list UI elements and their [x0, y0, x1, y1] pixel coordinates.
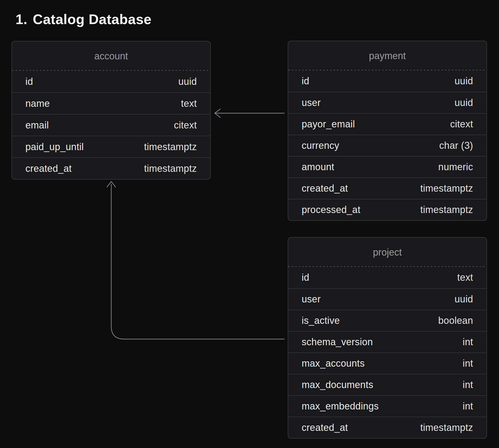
table-row: paid_up_until timestamptz	[12, 136, 210, 157]
table-row: id uuid	[12, 71, 210, 92]
field-type: text	[457, 272, 473, 283]
table-card-payment[interactable]: payment id uuid user uuid payor_email ci…	[288, 41, 487, 221]
field-type: boolean	[438, 315, 473, 326]
relation-project-account-arrow	[107, 181, 284, 339]
field-type: timestamptz	[144, 141, 197, 153]
table-row: max_accounts int	[288, 352, 486, 374]
field-name: amount	[302, 161, 334, 173]
table-row: email citext	[12, 114, 210, 136]
field-type: timestamptz	[144, 163, 197, 174]
field-name: payor_email	[302, 119, 355, 130]
arrowhead-up-icon	[107, 181, 116, 187]
field-type: uuid	[178, 76, 197, 87]
table-row: max_embeddings int	[288, 395, 486, 417]
field-type: text	[181, 98, 197, 109]
field-name: currency	[302, 140, 339, 151]
field-name: created_at	[302, 422, 348, 433]
field-name: id	[302, 272, 309, 283]
field-type: int	[463, 336, 473, 348]
table-row: max_documents int	[288, 374, 486, 395]
field-type: citext	[450, 119, 473, 130]
erd-canvas: 1. Catalog Database account id uuid name…	[0, 0, 499, 448]
field-type: timestamptz	[420, 204, 473, 215]
field-type: citext	[174, 120, 197, 131]
table-row: processed_at timestamptz	[288, 199, 486, 220]
page-title-text: Catalog Database	[33, 11, 151, 27]
table-row: created_at timestamptz	[288, 417, 486, 438]
field-name: id	[302, 75, 309, 87]
table-header[interactable]: account	[12, 41, 210, 71]
field-name: max_accounts	[302, 358, 365, 369]
field-name: created_at	[25, 163, 72, 174]
table-name: account	[94, 51, 128, 62]
field-name: is_active	[302, 315, 340, 326]
table-row: created_at timestamptz	[12, 157, 210, 179]
table-row: id text	[288, 267, 486, 288]
table-rows: id text user uuid is_active boolean sche…	[288, 267, 486, 438]
relation-line	[111, 184, 284, 339]
field-type: numeric	[438, 161, 473, 173]
table-row: user uuid	[288, 288, 486, 310]
field-name: max_documents	[302, 379, 373, 390]
field-type: int	[463, 379, 473, 390]
table-row: amount numeric	[288, 156, 486, 177]
field-name: max_embeddings	[302, 401, 379, 412]
table-card-account[interactable]: account id uuid name text email citext p…	[11, 41, 211, 180]
field-type: uuid	[455, 75, 473, 87]
table-name: project	[373, 247, 402, 258]
table-row: name text	[12, 92, 210, 114]
table-row: schema_version int	[288, 331, 486, 352]
field-name: name	[25, 98, 50, 109]
field-type: int	[463, 358, 473, 369]
table-card-project[interactable]: project id text user uuid is_active bool…	[288, 237, 487, 439]
field-name: created_at	[302, 183, 348, 194]
table-header[interactable]: project	[288, 238, 486, 267]
table-header[interactable]: payment	[288, 41, 486, 70]
table-rows: id uuid user uuid payor_email citext cur…	[288, 70, 486, 220]
table-row: created_at timestamptz	[288, 177, 486, 199]
table-row: user uuid	[288, 92, 486, 113]
field-type: timestamptz	[420, 422, 473, 433]
page-title-number: 1.	[16, 11, 27, 27]
field-name: schema_version	[302, 336, 373, 348]
field-type: uuid	[455, 294, 473, 305]
field-name: email	[25, 120, 49, 131]
table-rows: id uuid name text email citext paid_up_u…	[12, 71, 210, 179]
field-type: timestamptz	[420, 183, 473, 194]
table-row: payor_email citext	[288, 113, 486, 135]
field-name: id	[25, 76, 33, 87]
table-row: currency char (3)	[288, 135, 486, 156]
field-type: int	[463, 401, 473, 412]
field-type: uuid	[455, 97, 473, 108]
field-name: paid_up_until	[25, 141, 84, 153]
table-row: id uuid	[288, 70, 486, 92]
table-row: is_active boolean	[288, 310, 486, 331]
field-name: processed_at	[302, 204, 360, 215]
relation-payment-account-arrow	[215, 109, 284, 117]
field-name: user	[302, 97, 321, 108]
field-name: user	[302, 294, 321, 305]
page-title: 1. Catalog Database	[16, 11, 152, 27]
arrowhead-left-icon	[215, 109, 220, 117]
field-type: char (3)	[439, 140, 473, 151]
table-name: payment	[369, 50, 406, 62]
